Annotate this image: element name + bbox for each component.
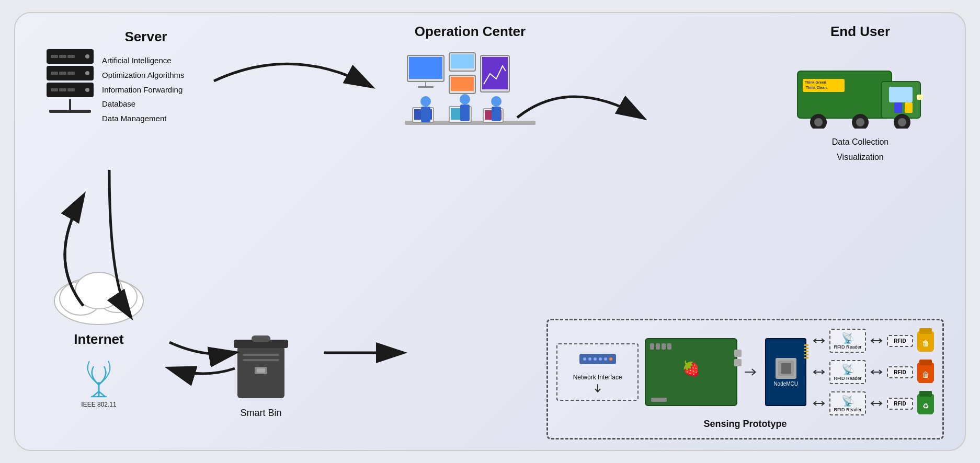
svg-point-21 <box>491 96 502 107</box>
rpi-port <box>662 343 666 350</box>
svg-rect-3 <box>418 86 434 88</box>
svg-line-46 <box>99 391 105 397</box>
rpi-logo: 🍓 <box>682 360 700 377</box>
server-dot <box>85 71 89 75</box>
svg-rect-37 <box>894 102 902 113</box>
server-stack <box>47 49 94 97</box>
green-bin-icon: ♻ <box>917 394 934 416</box>
svg-rect-51 <box>252 335 270 342</box>
server-rack <box>47 49 94 113</box>
rfid-column: 📡 RFID Reader RFID <box>813 329 934 415</box>
cloud-icon <box>47 259 151 327</box>
rfid-reader-icon-2: 📡 <box>834 363 862 376</box>
operation-center-title: Operation Center <box>371 24 569 40</box>
svg-point-33 <box>898 118 906 126</box>
rfid-tag-1: RFID <box>887 335 913 347</box>
internet-section: Internet IEEE 802.11 <box>47 259 151 408</box>
svg-rect-74 <box>919 363 932 365</box>
bidirectional-arrow-icon <box>813 337 825 345</box>
server-dot <box>85 88 89 92</box>
server-bars-3 <box>51 88 75 91</box>
svg-rect-1 <box>409 57 442 79</box>
rfid-reader-icon-1: 📡 <box>834 332 862 344</box>
arrow-to-rfid-1-icon <box>870 337 883 345</box>
svg-point-57 <box>583 357 586 361</box>
bin-green: ♻ <box>917 394 934 413</box>
wifi-tower: IEEE 802.11 <box>47 356 151 408</box>
rpi-hdmi <box>651 398 667 402</box>
server-label-db: Database <box>102 97 185 111</box>
svg-point-43 <box>75 272 122 309</box>
rfid-reader-1: 📡 RFID Reader <box>829 329 866 353</box>
svg-rect-27 <box>889 87 913 102</box>
rpi-port <box>667 343 671 350</box>
sensing-prototype-title: Sensing Prototype <box>556 419 934 430</box>
rfid-reader-label-2: RFID Reader <box>834 376 862 381</box>
svg-text:🗑: 🗑 <box>922 371 929 379</box>
svg-rect-7 <box>451 77 474 91</box>
svg-rect-69 <box>919 331 932 334</box>
server-pole <box>69 99 71 110</box>
end-user-labels: Data Collection Visualization <box>787 135 933 165</box>
svg-rect-20 <box>460 105 470 121</box>
svg-point-59 <box>594 357 597 361</box>
rpi-port <box>656 343 660 350</box>
svg-text:♻: ♻ <box>922 402 929 410</box>
rfid-tag-label-1: RFID <box>891 338 909 344</box>
rfid-row-3: 📡 RFID Reader RFID <box>813 391 934 415</box>
orange-bin-icon: 🗑 <box>917 363 934 385</box>
smart-bin-icon <box>224 320 298 403</box>
rfid-tag-label-3: RFID <box>891 401 909 407</box>
server-bar <box>67 88 75 91</box>
gpio-pin <box>804 357 808 358</box>
nodemcu-board: NodeMCU <box>765 338 806 406</box>
rfid-row-1: 📡 RFID Reader RFID <box>813 329 934 353</box>
rpi-usb-ports <box>734 350 742 366</box>
svg-point-58 <box>588 357 591 361</box>
svg-rect-18 <box>421 107 430 122</box>
server-label-opt: Optimization Algorithms <box>102 68 185 83</box>
svg-point-60 <box>599 357 602 361</box>
svg-rect-23 <box>797 71 892 118</box>
server-section: Server <box>47 29 245 126</box>
smart-bin-section: Smart Bin <box>214 320 308 419</box>
svg-point-17 <box>420 96 431 107</box>
bidirectional-arrow-3-icon <box>813 399 825 408</box>
network-switch-icon <box>577 349 619 369</box>
smart-bin-title: Smart Bin <box>214 408 308 419</box>
server-bar <box>59 72 66 75</box>
rpi-usb <box>734 350 742 357</box>
server-label-fwd: Information Forwarding <box>102 83 185 97</box>
end-user-title: End User <box>787 24 933 40</box>
gpio-pins <box>804 344 808 358</box>
operation-center-section: Operation Center <box>371 24 569 152</box>
server-base <box>47 99 94 113</box>
svg-rect-66 <box>781 363 791 374</box>
arrow-to-rfid-2-icon <box>870 368 883 376</box>
garbage-truck-illustration: Think Green Think Clean. <box>792 45 928 129</box>
server-bars-2 <box>51 72 75 75</box>
server-dot <box>85 54 89 59</box>
rpi-usb <box>734 359 742 366</box>
server-unit-1 <box>47 49 94 64</box>
svg-point-61 <box>604 357 607 361</box>
svg-text:🗑: 🗑 <box>922 339 929 348</box>
server-unit-3 <box>47 83 94 97</box>
rfid-reader-icon-3: 📡 <box>834 395 862 407</box>
server-title: Server <box>47 29 245 45</box>
server-bar <box>59 55 66 58</box>
arrow-to-rfid-3-icon <box>870 399 883 408</box>
gpio-pin <box>804 348 808 349</box>
server-labels: Artificial Intelligence Optimization Alg… <box>102 53 185 126</box>
svg-point-31 <box>856 118 864 126</box>
server-unit-2 <box>47 66 94 80</box>
bin-yellow: 🗑 <box>917 331 934 350</box>
svg-point-48 <box>97 382 100 385</box>
rfid-tag-label-2: RFID <box>891 369 909 375</box>
server-bars-1 <box>51 55 75 58</box>
svg-rect-38 <box>905 102 913 113</box>
network-interface-box: Network Interface <box>556 343 639 401</box>
svg-point-62 <box>609 357 612 361</box>
rpi-port <box>650 343 654 350</box>
operation-center-illustration <box>397 45 543 149</box>
